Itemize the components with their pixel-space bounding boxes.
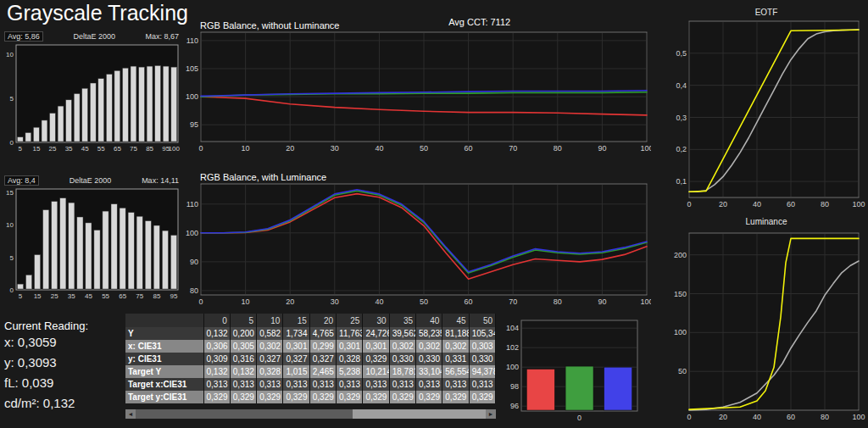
svg-text:0,5: 0,5 xyxy=(676,49,687,58)
deltae-bottom-header: Avg: 8,4 DeltaE 2000 Max: 14,11 xyxy=(2,175,181,186)
table-row-label: Target y:CIE31 xyxy=(125,391,203,403)
table-col-header: 10 xyxy=(257,314,283,327)
luminance-chart: 50100150200020406080100 xyxy=(666,228,866,422)
svg-text:20: 20 xyxy=(719,413,727,421)
svg-text:15: 15 xyxy=(6,189,14,197)
table-row-label: Y xyxy=(125,327,203,340)
table-cell: 0,309 xyxy=(203,353,230,365)
svg-text:20: 20 xyxy=(286,144,294,153)
table-cell: 0,327 xyxy=(309,353,336,365)
rgb-level-bars-chart: 96981001021040 xyxy=(500,317,643,422)
table-row: x: CIE310,3060,3050,3020,3010,2990,3010,… xyxy=(125,340,496,353)
table-cell: 81,188 xyxy=(442,327,469,340)
table-cell: 94,378 xyxy=(469,365,495,378)
table-cell: 0,329 xyxy=(257,391,283,403)
svg-text:30: 30 xyxy=(331,144,339,153)
scroll-right-button[interactable]: ► xyxy=(486,409,496,419)
deltae-top-title: DeltaE 2000 xyxy=(73,32,115,41)
table-cell: 0,327 xyxy=(257,353,283,365)
svg-text:5: 5 xyxy=(19,145,23,153)
table-row: Target Y0,1320,1320,3281,0152,4655,23810… xyxy=(125,365,496,378)
svg-text:96: 96 xyxy=(510,402,519,410)
measurement-table: 05101520253035404550Y0,1320,2000,5821,73… xyxy=(125,314,496,403)
table-cell: 0,330 xyxy=(469,353,495,365)
table-cell: 0,329 xyxy=(416,391,442,403)
svg-text:80: 80 xyxy=(821,413,829,421)
svg-text:90: 90 xyxy=(598,297,606,306)
table-cell: 39,562 xyxy=(389,327,415,340)
svg-text:0: 0 xyxy=(198,144,203,153)
table-cell: 0,313 xyxy=(442,378,469,391)
table-cell: 0,313 xyxy=(230,378,256,391)
svg-text:100: 100 xyxy=(640,297,651,306)
table-cell: 0,302 xyxy=(389,340,415,353)
rgb-balance-no-lum-header: RGB Balance, without Luminance Avg CCT: … xyxy=(178,17,653,28)
table-cell: 0,313 xyxy=(283,378,309,391)
svg-text:40: 40 xyxy=(375,144,383,153)
deltae-top-chart: 05105152535455565758595100 xyxy=(2,42,181,153)
svg-text:35: 35 xyxy=(68,292,75,300)
table-cell: 33,104 xyxy=(416,365,442,378)
svg-text:200: 200 xyxy=(674,251,687,259)
svg-text:102: 102 xyxy=(506,343,519,352)
table-cell: 0,330 xyxy=(416,353,442,365)
deltae-top-max-label: Max: 8,67 xyxy=(145,32,179,41)
table-cell: 56,554 xyxy=(442,365,469,378)
page-title: Grayscale Tracking xyxy=(7,1,188,25)
table-cell: 0,200 xyxy=(230,327,256,340)
svg-text:10: 10 xyxy=(6,221,14,229)
table-cell: 0,302 xyxy=(257,340,283,353)
reading-cdm2: cd/m²: 0,132 xyxy=(4,393,88,414)
eotf-chart: 0,10,20,30,40,5020406080100 xyxy=(666,18,866,209)
table-col-header: 25 xyxy=(337,314,363,327)
reading-fl: fL: 0,039 xyxy=(4,373,88,393)
svg-text:150: 150 xyxy=(674,290,687,298)
svg-text:85: 85 xyxy=(153,292,160,300)
table-row-label: Target x:CIE31 xyxy=(125,378,203,391)
svg-text:65: 65 xyxy=(119,292,126,300)
table-cell: 0,329 xyxy=(363,391,389,403)
table-cell: 105,34 xyxy=(469,327,495,340)
svg-text:75: 75 xyxy=(130,145,137,153)
table-cell: 0,329 xyxy=(309,391,336,403)
svg-text:104: 104 xyxy=(506,324,519,332)
table-cell: 0,327 xyxy=(283,353,309,365)
rgb-balance-lum-header: RGB Balance, with Luminance xyxy=(178,169,653,180)
table-col-header: 40 xyxy=(416,314,442,327)
table-cell: 2,465 xyxy=(309,365,336,378)
deltae-bottom-chart: 0510155152535455565758595 xyxy=(2,186,181,301)
table-cell: 0,132 xyxy=(230,365,256,378)
table-cell: 0,132 xyxy=(203,327,230,340)
svg-text:15: 15 xyxy=(32,145,40,153)
svg-text:50: 50 xyxy=(678,367,687,375)
table-cell: 0,582 xyxy=(257,327,283,340)
svg-text:0: 0 xyxy=(198,297,203,306)
table-cell: 0,306 xyxy=(203,340,230,353)
table-row: Y0,1320,2000,5821,7344,76511,76324,72639… xyxy=(125,327,496,340)
svg-text:45: 45 xyxy=(85,292,92,300)
svg-text:40: 40 xyxy=(753,413,761,421)
table-hscrollbar[interactable]: ◄ ► xyxy=(125,409,496,419)
scroll-left-button[interactable]: ◄ xyxy=(125,409,136,419)
table-cell: 18,781 xyxy=(389,365,415,378)
scrollbar-thumb[interactable] xyxy=(136,409,353,419)
scrollbar-track[interactable] xyxy=(136,409,486,419)
table-cell: 0,329 xyxy=(389,391,415,403)
table-cell: 5,238 xyxy=(337,365,363,378)
table-cell: 24,726 xyxy=(363,327,389,340)
svg-text:30: 30 xyxy=(331,297,339,306)
table-cell: 0,329 xyxy=(203,391,230,403)
svg-text:80: 80 xyxy=(821,200,829,208)
table-cell: 0,132 xyxy=(203,365,230,378)
svg-text:100: 100 xyxy=(640,144,651,153)
svg-text:75: 75 xyxy=(136,292,143,300)
deltae-top-header: Avg: 5,86 DeltaE 2000 Max: 8,67 xyxy=(2,31,181,42)
deltae-top-avg-label: Avg: 5,86 xyxy=(4,31,43,42)
table-cell: 0,299 xyxy=(309,340,336,353)
svg-text:80: 80 xyxy=(190,286,198,295)
table-cell: 0,316 xyxy=(230,353,256,365)
svg-text:0,1: 0,1 xyxy=(676,177,687,186)
svg-text:55: 55 xyxy=(97,145,105,153)
svg-text:0: 0 xyxy=(10,139,14,147)
svg-text:40: 40 xyxy=(375,297,383,306)
